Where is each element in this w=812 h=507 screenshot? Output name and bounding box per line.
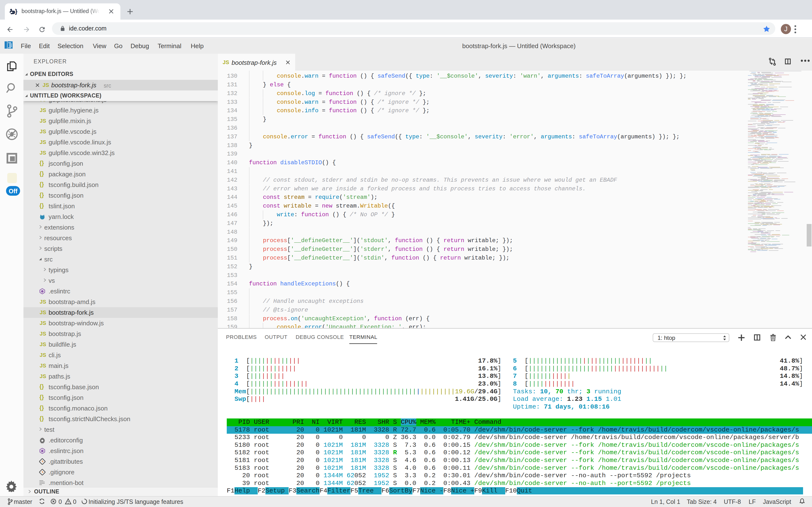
svg-text:}: } [15, 8, 17, 15]
